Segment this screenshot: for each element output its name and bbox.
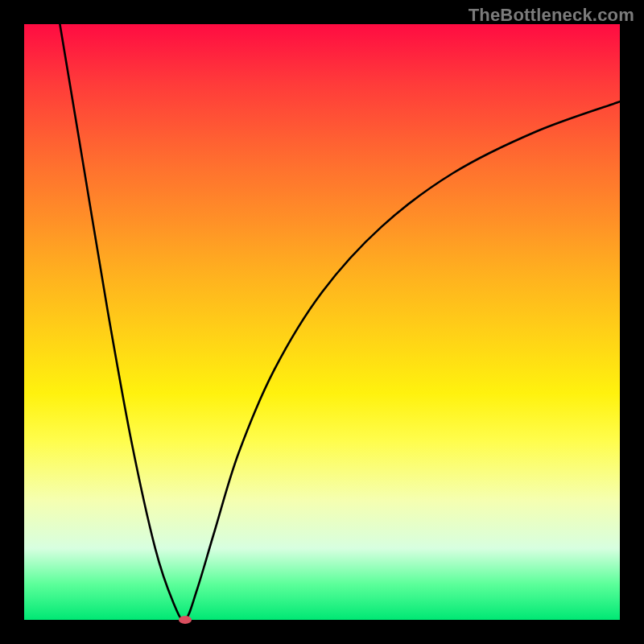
plot-area (24, 24, 620, 620)
watermark-text: TheBottleneck.com (469, 5, 634, 26)
bottleneck-curve (24, 24, 620, 620)
minimum-marker (179, 616, 192, 624)
chart-frame: TheBottleneck.com (0, 0, 644, 644)
